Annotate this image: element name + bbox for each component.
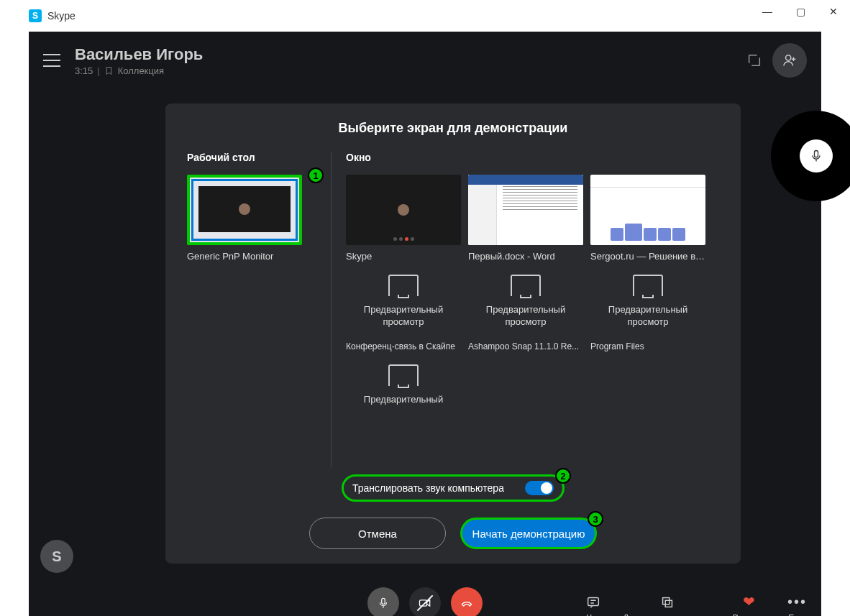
self-avatar: S	[40, 540, 73, 573]
desktop-item-label: Generic PnP Monitor	[187, 251, 302, 262]
call-duration: 3:15	[75, 65, 93, 76]
preview-label: Предварительный просмотр	[468, 304, 583, 328]
floating-mic-button[interactable]	[800, 139, 833, 173]
header-actions	[746, 43, 807, 78]
close-button[interactable]: ✕	[817, 0, 850, 23]
desktop-label: Рабочий стол	[187, 152, 316, 163]
share-screen-button[interactable]: Демонстрация экрана	[623, 594, 711, 616]
window-thumbnail	[590, 175, 705, 245]
window-item-label: Skype	[346, 251, 461, 262]
broadcast-audio-label: Транслировать звук компьютера	[352, 482, 525, 494]
bookmark-icon	[104, 66, 114, 75]
contact-name: Васильев Игорь	[75, 45, 746, 64]
window-option-nopreview[interactable]: Предварительный просмотр Program Files	[590, 272, 705, 351]
microphone-icon	[377, 597, 390, 610]
annotation-badge-1: 1	[308, 167, 324, 183]
broadcast-audio-toggle[interactable]	[525, 481, 554, 495]
window-item-label: Первый.docx - Word	[468, 251, 583, 262]
menu-icon[interactable]	[43, 54, 60, 67]
monitor-icon	[633, 275, 663, 296]
contact-info: Васильев Игорь 3:15 | Коллекция	[75, 45, 746, 76]
start-button-label: Начать демонстрацию	[472, 528, 585, 540]
dialog-body: Рабочий стол 1 Generic PnP Monitor Окно	[187, 152, 719, 467]
window-option-nopreview[interactable]: Предварительный просмотр Ashampoo Snap 1…	[468, 272, 583, 351]
share-screen-dialog: Выберите экран для демонстрации Рабочий …	[165, 104, 741, 564]
window-grid: Skype Первый.docx - Word	[346, 175, 719, 406]
dialog-title: Выберите экран для демонстрации	[187, 121, 719, 136]
desktop-option[interactable]: 1 Generic PnP Monitor	[187, 175, 316, 262]
maximize-button[interactable]: ▢	[784, 0, 817, 23]
titlebar: S Skype — ▢ ✕	[0, 0, 850, 32]
camera-off-button[interactable]	[409, 587, 441, 616]
preview-label: Предварительный просмотр	[346, 304, 461, 328]
share-label: Демонстрация экрана	[623, 613, 711, 616]
svg-point-0	[786, 55, 791, 60]
reaction-label: Реакция	[733, 613, 766, 616]
collection-label: Коллекция	[118, 65, 164, 76]
chat-label: Чат	[586, 613, 600, 616]
window-option-nopreview[interactable]: Предварительный просмотр Конференц-связь…	[346, 272, 461, 351]
window-column: Окно Skype	[331, 152, 719, 467]
separator: |	[97, 65, 99, 76]
svg-rect-5	[662, 598, 669, 604]
dialog-actions: Отмена 3 Начать демонстрацию	[187, 518, 719, 549]
crop-icon[interactable]	[746, 52, 762, 68]
microphone-icon	[809, 149, 823, 163]
heart-icon: ❤	[743, 593, 755, 610]
add-person-icon	[782, 52, 798, 68]
window-thumbnail	[346, 175, 461, 245]
end-call-button[interactable]	[451, 587, 483, 616]
contact-subline: 3:15 | Коллекция	[75, 65, 746, 76]
desktop-column: Рабочий стол 1 Generic PnP Monitor	[187, 152, 331, 467]
share-screen-icon	[659, 594, 675, 610]
preview-label: Предварительный просмотр	[590, 304, 705, 328]
monitor-icon	[388, 275, 419, 296]
chat-icon	[585, 594, 601, 610]
svg-rect-2	[382, 598, 385, 604]
start-share-button[interactable]: 3 Начать демонстрацию	[460, 518, 597, 549]
annotation-badge-2: 2	[555, 468, 571, 484]
window-option-nopreview[interactable]: Предварительный	[346, 362, 461, 406]
cancel-button[interactable]: Отмена	[309, 518, 446, 549]
more-button[interactable]: ••• Еще	[787, 594, 807, 616]
reaction-button[interactable]: ❤ Реакция	[733, 593, 766, 616]
monitor-icon	[388, 364, 419, 386]
more-label: Еще	[788, 613, 805, 616]
window-item-label: Sergoot.ru — Решение ва...	[590, 251, 705, 262]
desktop-thumbnail	[187, 175, 302, 245]
window-item-label: Ashampoo Snap 11.1.0 Re...	[468, 341, 583, 351]
svg-rect-1	[815, 151, 818, 157]
window-item-label: Program Files	[590, 341, 705, 351]
window-thumbnail	[468, 175, 583, 245]
annotation-badge-3: 3	[588, 511, 603, 527]
window-controls: — ▢ ✕	[751, 0, 850, 23]
call-controls: Чат Демонстрация экрана ❤ Реакция ••• Ещ…	[29, 576, 821, 616]
call-header: Васильев Игорь 3:15 | Коллекция	[29, 32, 821, 89]
more-icon: •••	[787, 594, 807, 610]
mute-mic-button[interactable]	[367, 587, 399, 616]
bottom-actions: Чат Демонстрация экрана ❤ Реакция ••• Ещ…	[585, 593, 807, 616]
monitor-icon	[511, 275, 541, 296]
app-area: Васильев Игорь 3:15 | Коллекция S Выбери…	[29, 32, 821, 616]
hangup-icon	[460, 596, 474, 610]
window-item-label: Конференц-связь в Скайпе	[346, 341, 461, 351]
skype-logo-icon: S	[29, 9, 42, 22]
window-title: Skype	[47, 10, 76, 22]
svg-rect-6	[665, 600, 672, 607]
add-person-button[interactable]	[772, 43, 807, 78]
window-option-word[interactable]: Первый.docx - Word	[468, 175, 583, 262]
minimize-button[interactable]: —	[751, 0, 784, 23]
window-option-browser[interactable]: Sergoot.ru — Решение ва...	[590, 175, 705, 262]
broadcast-audio-row[interactable]: 2 Транслировать звук компьютера	[342, 474, 565, 502]
window-label: Окно	[346, 152, 719, 163]
chat-button[interactable]: Чат	[585, 594, 601, 616]
preview-label: Предварительный	[364, 394, 443, 406]
svg-rect-4	[588, 598, 599, 606]
window-option-skype[interactable]: Skype	[346, 175, 461, 262]
